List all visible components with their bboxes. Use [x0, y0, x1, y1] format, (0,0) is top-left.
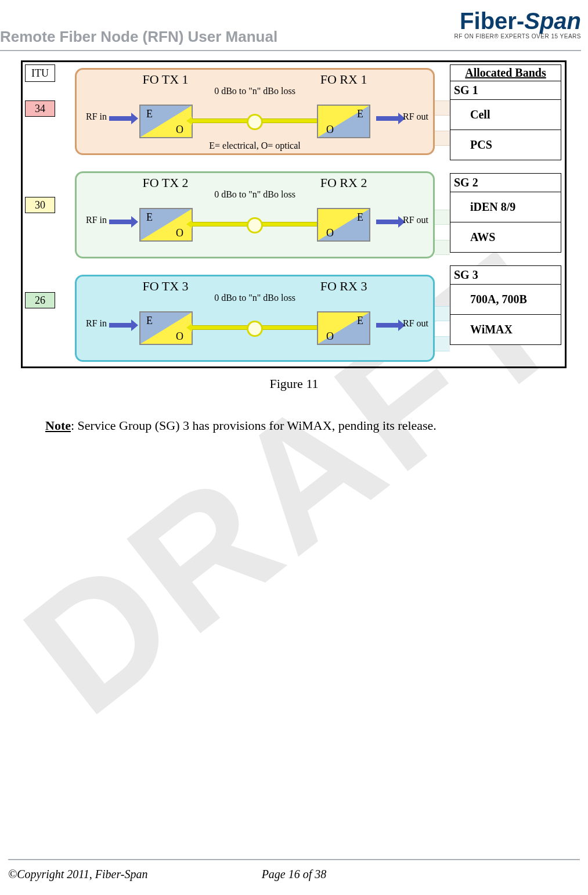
- fiber-coupler-icon: [247, 321, 263, 337]
- sg1-band-cell: Cell: [450, 100, 561, 130]
- o-label: O: [326, 124, 334, 136]
- footer-spacer: [389, 868, 580, 881]
- rf-out-label: RF out: [403, 112, 428, 122]
- band-connector: [435, 240, 450, 255]
- sg3-band-700: 700A, 700B: [450, 285, 561, 315]
- eo-converter-tx: EO: [139, 208, 193, 242]
- allocated-bands-header: Allocated Bands: [450, 64, 561, 81]
- sg2-label: SG 2: [450, 173, 561, 192]
- footer-copyright: ©Copyright 2011, Fiber-Span: [8, 868, 199, 881]
- band-connector: [435, 210, 450, 225]
- brand-tagline: RF ON FIBER® EXPERTS OVER 15 YEARS: [454, 34, 582, 39]
- allocated-bands-table: Allocated Bands SG 1 Cell PCS SG 2 iDEN …: [450, 64, 561, 345]
- fo-rx1-label: FO RX 1: [320, 72, 367, 87]
- itu-value-30: 30: [25, 197, 55, 213]
- fo-rx2-label: FO RX 2: [320, 175, 367, 190]
- eo-legend: E= electrical, O= optical: [77, 141, 433, 151]
- loss-label: 0 dBo to "n" dBo loss: [77, 86, 433, 96]
- rf-in-arrow-icon: [109, 323, 132, 328]
- signal-row: RF in EO EO RF out: [77, 305, 433, 346]
- page: DRAFT Remote Fiber Node (RFN) User Manua…: [0, 0, 588, 895]
- figure-caption: Figure 11: [0, 376, 588, 391]
- band-connector: [435, 131, 450, 146]
- note-paragraph: Note: Service Group (SG) 3 has provision…: [45, 418, 437, 433]
- brand-logo: Fiber-Span RF ON FIBER® EXPERTS OVER 15 …: [454, 9, 582, 39]
- sg1-label: SG 1: [450, 81, 561, 100]
- loss-label: 0 dBo to "n" dBo loss: [77, 189, 433, 200]
- signal-row: RF in EO EO RF out: [77, 202, 433, 243]
- rf-in-label: RF in: [86, 318, 107, 329]
- itu-header-cell: ITU: [25, 64, 55, 82]
- rf-out-arrow-icon: [376, 116, 399, 121]
- itu-value-34: 34: [25, 100, 55, 117]
- fo-tx1-label: FO TX 1: [143, 72, 189, 87]
- rf-in-arrow-icon: [109, 220, 132, 224]
- rf-out-arrow-icon: [376, 220, 399, 224]
- eo-converter-rx: EO: [317, 208, 370, 242]
- footer-page-number: Page 16 of 38: [199, 868, 389, 881]
- itu-value-26: 26: [25, 292, 55, 308]
- document-title: Remote Fiber Node (RFN) User Manual: [0, 28, 277, 46]
- sg1-band-pcs: PCS: [450, 130, 561, 160]
- eo-converter-rx: EO: [317, 105, 370, 138]
- note-text: : Service Group (SG) 3 has provisions fo…: [71, 418, 437, 433]
- page-footer: ©Copyright 2011, Fiber-Span Page 16 of 3…: [8, 868, 580, 881]
- o-label: O: [176, 124, 183, 136]
- e-label: E: [146, 211, 153, 224]
- e-label: E: [357, 108, 363, 120]
- rf-in-label: RF in: [86, 215, 107, 225]
- brand-wordmark: Fiber-Span: [454, 9, 582, 33]
- e-label: E: [146, 315, 153, 327]
- sg2-band-iden: iDEN 8/9: [450, 192, 561, 222]
- fiber-coupler-icon: [247, 114, 263, 130]
- figure-11-diagram: ITU 34 30 26 FO TX 1 FO RX 1 0 dBo to "n…: [21, 60, 567, 368]
- rf-in-arrow-icon: [109, 116, 132, 121]
- sg2-band-aws: AWS: [450, 222, 561, 253]
- sg3-label: SG 3: [450, 265, 561, 285]
- fo-tx3-label: FO TX 3: [143, 279, 189, 294]
- e-label: E: [357, 211, 363, 224]
- band-connector: [435, 306, 450, 321]
- band-connector: [435, 100, 450, 116]
- o-label: O: [176, 330, 183, 343]
- footer-rule: [8, 859, 580, 860]
- rf-out-label: RF out: [403, 318, 428, 329]
- e-label: E: [357, 315, 363, 327]
- loss-label: 0 dBo to "n" dBo loss: [77, 293, 433, 303]
- page-header: Remote Fiber Node (RFN) User Manual Fibe…: [0, 6, 588, 52]
- eo-converter-rx: EO: [317, 311, 370, 345]
- header-rule: [0, 50, 581, 51]
- eo-converter-tx: EO: [139, 311, 193, 345]
- fo-group-3: FO TX 3 FO RX 3 0 dBo to "n" dBo loss RF…: [75, 275, 435, 362]
- note-label: Note: [45, 418, 71, 433]
- fo-group-2: FO TX 2 FO RX 2 0 dBo to "n" dBo loss RF…: [75, 171, 435, 258]
- e-label: E: [146, 108, 153, 120]
- rf-in-label: RF in: [86, 112, 107, 122]
- fiber-coupler-icon: [247, 217, 263, 233]
- fo-group-1: FO TX 1 FO RX 1 0 dBo to "n" dBo loss RF…: [75, 68, 435, 155]
- band-connector: [435, 336, 450, 351]
- sg3-band-wimax: WiMAX: [450, 315, 561, 345]
- signal-row: RF in EO EO RF out: [77, 99, 433, 139]
- o-label: O: [326, 227, 334, 239]
- rf-out-label: RF out: [403, 215, 428, 225]
- rf-out-arrow-icon: [376, 323, 399, 328]
- eo-converter-tx: EO: [139, 105, 193, 138]
- o-label: O: [326, 330, 334, 343]
- fo-tx2-label: FO TX 2: [143, 175, 189, 190]
- fo-rx3-label: FO RX 3: [320, 279, 367, 294]
- o-label: O: [176, 227, 183, 239]
